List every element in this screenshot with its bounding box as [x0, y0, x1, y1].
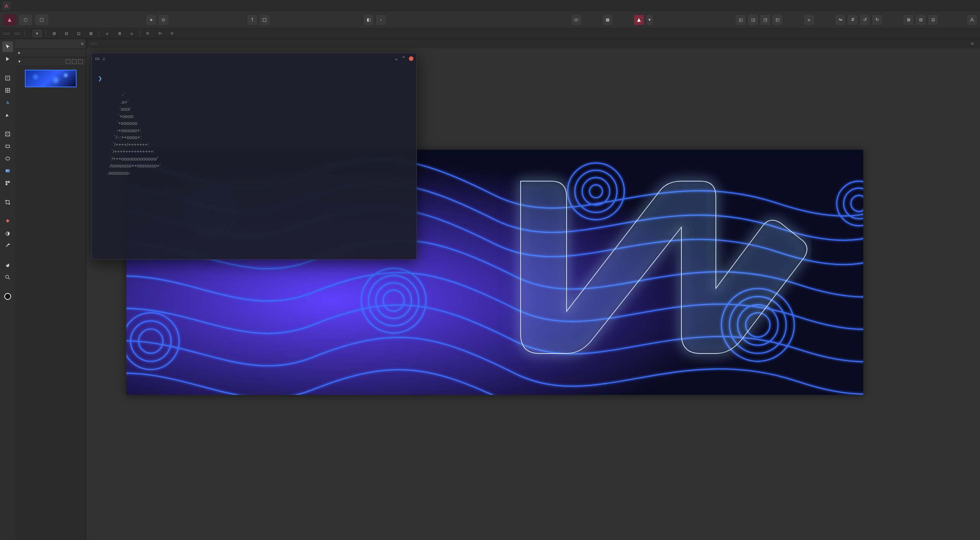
filter-name-field[interactable]: [3, 33, 10, 35]
artistic-text-tool-icon[interactable]: A: [2, 97, 13, 108]
toolbar-preflight-drop-icon[interactable]: ▾: [646, 15, 653, 25]
toolbar-preflight-icon[interactable]: [634, 15, 644, 25]
toolbar-baseline-icon[interactable]: ◧: [364, 15, 374, 25]
toolbar-arrange1-icon[interactable]: ◱: [736, 15, 746, 25]
opt-snap4-icon[interactable]: ⊠: [87, 29, 95, 38]
toolbar-defaults-icon[interactable]: [146, 15, 156, 25]
vector-crop-tool-icon[interactable]: [2, 197, 13, 208]
konsole-new-tab-icon[interactable]: ⌂: [103, 55, 106, 62]
svg-point-2: [150, 19, 152, 21]
svg-rect-1: [40, 18, 43, 21]
konsole-max-icon[interactable]: ⌃: [402, 55, 406, 62]
picture-frame-tool-icon[interactable]: [2, 129, 13, 139]
neofetch-ascii: -` .o+` `ooo/ `+oooo: `+oooooo: -+oooooo…: [98, 92, 161, 177]
toolbar-anchor-icon[interactable]: [247, 15, 257, 25]
svg-point-4: [163, 19, 164, 20]
toolbar-flip-h-icon[interactable]: ⇋: [835, 15, 845, 25]
opt-dist2-icon[interactable]: ⊫: [156, 29, 165, 38]
master-pages-row[interactable]: ▸: [15, 48, 86, 57]
konsole-close-icon[interactable]: [409, 56, 413, 61]
canvas-viewport[interactable]: ▭⌂ ⌄ ⌃ ❯ -` .o+` `ooo/: [86, 48, 980, 540]
ellipse-tool-icon[interactable]: [2, 153, 13, 164]
transparency-tool-icon[interactable]: [2, 228, 13, 239]
svg-rect-22: [6, 181, 8, 183]
document-tab-close-icon[interactable]: ×: [969, 41, 976, 47]
asset-tool-icon[interactable]: [2, 178, 13, 188]
tool-palette: T A: [0, 39, 15, 540]
toolbar-rotate-ccw-icon[interactable]: ↺: [860, 15, 870, 25]
svg-rect-20: [6, 169, 10, 172]
opt-align-l-icon[interactable]: ≡: [103, 29, 111, 38]
opt-dist3-icon[interactable]: ⊩: [168, 29, 177, 38]
node-tool-icon[interactable]: [2, 54, 13, 64]
opt-align-c-icon[interactable]: ≣: [115, 29, 124, 38]
svg-text:A: A: [6, 100, 9, 105]
fill-tool-icon[interactable]: [2, 216, 13, 227]
toolbar-arrange2-icon[interactable]: ◲: [748, 15, 758, 25]
svg-point-26: [6, 275, 9, 278]
color-chip-icon[interactable]: [2, 291, 13, 302]
menu-select[interactable]: [64, 4, 72, 7]
place-image-tool-icon[interactable]: [2, 165, 13, 176]
pages-menu-icon[interactable]: ≡: [81, 41, 83, 46]
menu-table[interactable]: [47, 4, 55, 7]
zoom-tool-icon[interactable]: [2, 272, 13, 283]
eyedropper-tool-icon[interactable]: [2, 241, 13, 251]
konsole-min-icon[interactable]: ⌄: [394, 55, 399, 62]
toolbar-prefs-icon[interactable]: [158, 15, 168, 25]
page-opts-icon[interactable]: [72, 59, 77, 64]
toolbar-snap1-icon[interactable]: ⊞: [903, 15, 913, 25]
opt-snap3-icon[interactable]: ⊡: [74, 29, 83, 38]
move-tool-icon[interactable]: [2, 41, 13, 52]
toolbar-blank-icon[interactable]: ▫: [376, 15, 386, 25]
menu-document[interactable]: [31, 4, 38, 7]
page-1-thumbnail[interactable]: [25, 70, 77, 87]
account-icon[interactable]: [967, 15, 977, 25]
table-tool-icon[interactable]: [2, 85, 13, 96]
konsole-window[interactable]: ▭⌂ ⌄ ⌃ ❯ -` .o+` `ooo/: [91, 53, 417, 260]
menu-bar: [0, 0, 980, 11]
del-page-icon[interactable]: [78, 59, 83, 64]
frame-text-tool-icon[interactable]: T: [2, 73, 13, 83]
toolbar-rotate-cw-icon[interactable]: ↻: [872, 15, 882, 25]
toolbar-wrap-icon[interactable]: [260, 15, 270, 25]
menu-layer[interactable]: [56, 4, 64, 7]
toolbar-snap3-icon[interactable]: ⊡: [928, 15, 938, 25]
pages-row[interactable]: ▾: [15, 57, 86, 66]
persona-photo-icon[interactable]: [19, 15, 32, 25]
menu-window[interactable]: [81, 4, 89, 7]
menu-help[interactable]: [90, 4, 97, 7]
menu-edit[interactable]: [22, 4, 30, 7]
opt-dist1-icon[interactable]: ⊪: [144, 29, 152, 38]
toolbar-arrange3-icon[interactable]: ◳: [760, 15, 770, 25]
svg-point-0: [24, 18, 27, 21]
opt-align-r-icon[interactable]: ≡: [127, 29, 136, 38]
opt-snap1-icon[interactable]: ⊞: [50, 29, 58, 38]
toolbar-clip-icon[interactable]: ▦: [603, 15, 612, 25]
pen-tool-icon[interactable]: [2, 110, 13, 120]
persona-publisher-icon[interactable]: [3, 15, 16, 25]
persona-designer-icon[interactable]: [35, 15, 48, 25]
context-toolbar: ▾ ⊞ ⊟ ⊡ ⊠ ≡ ≣ ≡ ⊪ ⊫ ⊩: [0, 28, 980, 39]
hand-tool-icon[interactable]: [2, 260, 13, 270]
toolbar-snap2-icon[interactable]: ⊟: [916, 15, 926, 25]
konsole-titlebar[interactable]: ▭⌂ ⌄ ⌃: [92, 53, 416, 64]
menu-text[interactable]: [39, 4, 47, 7]
toolbar-preview-icon[interactable]: [571, 15, 581, 25]
svg-point-8: [971, 18, 973, 20]
document-tab[interactable]: [90, 43, 98, 45]
opt-snap2-icon[interactable]: ⊟: [62, 29, 70, 38]
konsole-tab-list-icon[interactable]: ▭: [95, 55, 100, 62]
svg-point-21: [7, 170, 8, 171]
dpi-field[interactable]: [14, 33, 21, 35]
autoselect-dropdown[interactable]: ▾: [33, 30, 42, 37]
add-page-icon[interactable]: [66, 59, 70, 64]
toolbar-arrange4-icon[interactable]: ◰: [773, 15, 782, 25]
app-logo-icon: [2, 2, 11, 10]
menu-view[interactable]: [73, 4, 80, 7]
rectangle-tool-icon[interactable]: [2, 141, 13, 152]
toolbar-flip-v-icon[interactable]: ⇵: [848, 15, 858, 25]
toolbar-align-icon[interactable]: ≡: [804, 15, 814, 25]
svg-point-19: [6, 157, 10, 160]
menu-file[interactable]: [14, 4, 21, 7]
